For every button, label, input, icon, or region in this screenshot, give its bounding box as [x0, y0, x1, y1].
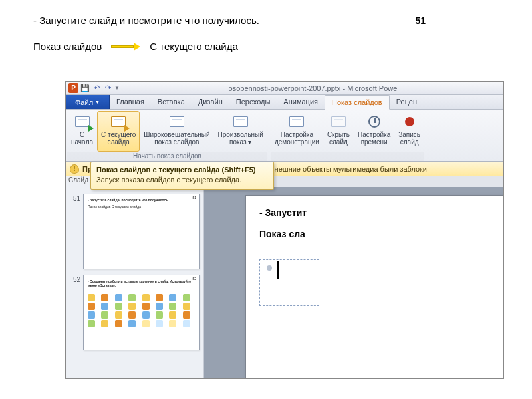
thumbnail-52[interactable]: 52 52 - Сохраните работу и вставьте карт… [70, 275, 200, 350]
tab-review[interactable]: Рецен [390, 95, 424, 109]
tab-file[interactable]: Файл▼ [66, 95, 110, 109]
shield-icon: ! [70, 164, 79, 174]
redo-icon[interactable]: ↷ [103, 84, 112, 93]
panel-tab-slides[interactable]: Слайд [68, 176, 88, 184]
undo-icon[interactable]: ↶ [92, 84, 101, 93]
instruction-text: - Запустите слайд и посмотрите что получ… [33, 15, 259, 26]
slide-thumbnails-pane[interactable]: 51 51 - Запустите слайд и посмотрите что… [66, 176, 204, 378]
ribbon-group-start-caption: Начать показ слайдов [67, 152, 267, 161]
from-beginning-button[interactable]: С начала [67, 111, 97, 152]
save-icon[interactable]: 💾 [80, 84, 90, 93]
slide-canvas-area[interactable]: - Запустит Показ сла [204, 176, 503, 378]
tab-animations[interactable]: Анимация [277, 95, 325, 109]
thumb-number: 51 [70, 194, 80, 269]
workspace: Слайд 51 51 - Запустите слайд и посмотри… [66, 176, 503, 378]
slide-text-line1: - Запустит [259, 207, 503, 218]
breadcrumb-b: С текущего слайда [150, 41, 238, 52]
current-slide[interactable]: - Запустит Показ сла [245, 195, 503, 378]
title-bar: P 💾 ↶ ↷ ▼ osobennosti-powerpoint-2007.pp… [66, 82, 503, 95]
text-caret [277, 261, 279, 279]
tab-home[interactable]: Главная [110, 95, 151, 109]
ribbon-tabs: Файл▼ Главная Вставка Дизайн Переходы Ан… [66, 95, 503, 110]
warnbar-tail: на внешние объекты мультимедиа были забл… [261, 165, 428, 173]
text-placeholder[interactable] [259, 259, 319, 306]
tab-slideshow[interactable]: Показ слайдов [325, 95, 390, 110]
ribbon-tooltip: Показ слайдов с текущего слайда (Shift+F… [90, 162, 274, 190]
thumb-number: 52 [70, 275, 80, 350]
tab-insert[interactable]: Вставка [151, 95, 192, 109]
app-logo-icon: P [68, 83, 78, 93]
tooltip-title: Показ слайдов с текущего слайда (Shift+F… [96, 166, 256, 174]
rehearse-timings-button[interactable]: Настройка времени [354, 111, 394, 152]
broadcast-slideshow-button[interactable]: Широковещательный показ слайдов [140, 111, 213, 152]
breadcrumb: Показ слайдов С текущего слайда [33, 41, 499, 52]
record-icon [405, 117, 414, 126]
arrow-icon [111, 44, 140, 49]
setup-slideshow-button[interactable]: Настройка демонстрации [271, 111, 323, 152]
tooltip-body: Запуск показа слайдов с текущего слайда. [96, 176, 241, 184]
record-slideshow-button[interactable]: Запись слайд [394, 111, 424, 152]
qat-customize-icon[interactable]: ▼ [114, 85, 120, 91]
ribbon: С начала С текущего слайда Широковещател… [66, 110, 503, 162]
tab-transitions[interactable]: Переходы [229, 95, 277, 109]
slide-text-line2: Показ сла [259, 229, 503, 239]
bullet-icon [267, 265, 272, 271]
breadcrumb-a: Показ слайдов [33, 41, 102, 52]
thumb52-icon-grid [88, 294, 195, 327]
page-number: 51 [415, 15, 499, 26]
hide-slide-button[interactable]: Скрыть слайд [323, 111, 354, 152]
ribbon-group-setup-caption [271, 152, 424, 161]
clock-icon [368, 116, 380, 128]
from-current-slide-button[interactable]: С текущего слайда [97, 111, 140, 152]
powerpoint-window: P 💾 ↶ ↷ ▼ osobennosti-powerpoint-2007.pp… [65, 81, 504, 379]
thumbnail-51[interactable]: 51 51 - Запустите слайд и посмотрите что… [70, 194, 200, 269]
tab-design[interactable]: Дизайн [192, 95, 229, 109]
window-title: osobennosti-powerpoint-2007.pptx - Micro… [122, 84, 503, 92]
custom-slideshow-button[interactable]: Произвольный показ ▾ [214, 111, 267, 152]
